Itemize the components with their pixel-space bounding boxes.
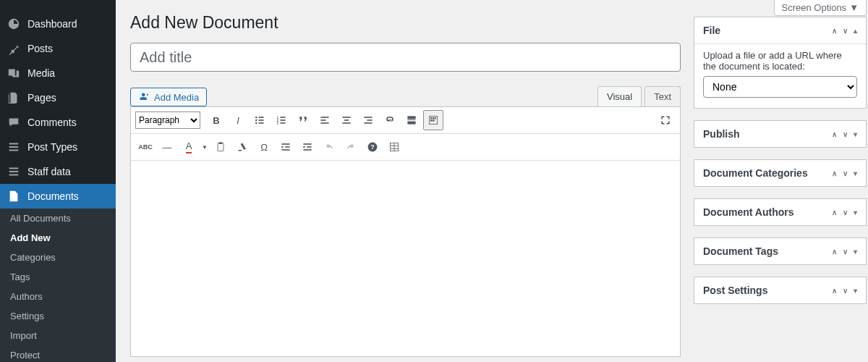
submenu-authors[interactable]: Authors xyxy=(0,287,116,306)
submenu-import[interactable]: Import xyxy=(0,326,116,345)
submenu-all-documents[interactable]: All Documents xyxy=(0,209,116,228)
svg-rect-18 xyxy=(342,122,350,124)
svg-rect-28 xyxy=(435,117,436,119)
svg-rect-10 xyxy=(280,119,285,121)
screen-options-toggle[interactable]: Screen Options ▼ xyxy=(774,0,867,16)
move-down-icon[interactable]: ∨ xyxy=(843,27,848,35)
outdent-button[interactable] xyxy=(276,137,296,157)
add-media-button[interactable]: Add Media xyxy=(130,88,207,106)
strikethrough-button[interactable]: ABC xyxy=(135,137,156,157)
italic-button[interactable]: I xyxy=(228,110,248,130)
categories-title: Document Categories xyxy=(703,167,808,179)
hr-button[interactable]: — xyxy=(157,137,177,157)
nav-label: Post Types xyxy=(27,141,77,153)
svg-point-5 xyxy=(255,122,257,124)
move-up-icon[interactable]: ∧ xyxy=(832,248,837,256)
submenu-add-new[interactable]: Add New xyxy=(0,228,116,248)
post-settings-header[interactable]: Post Settings ∧∨▾ xyxy=(694,277,866,303)
bullet-list-button[interactable] xyxy=(250,110,270,130)
nav-media[interactable]: Media xyxy=(0,61,116,85)
special-char-button[interactable]: Ω xyxy=(254,137,274,157)
format-select[interactable]: Paragraph xyxy=(135,111,200,129)
svg-rect-38 xyxy=(303,149,311,151)
nav-posts[interactable]: Posts xyxy=(0,36,116,61)
move-up-icon[interactable]: ∧ xyxy=(832,169,837,177)
main-content: Screen Options ▼ Add New Document Add Me… xyxy=(116,0,868,362)
svg-point-3 xyxy=(255,119,257,121)
expand-icon[interactable]: ▾ xyxy=(854,130,857,138)
svg-point-0 xyxy=(142,93,145,96)
collapse-icon[interactable]: ▴ xyxy=(854,27,857,35)
clear-formatting-button[interactable] xyxy=(232,137,252,157)
nav-list: Dashboard Posts Media Pages Comments Pos… xyxy=(0,12,116,209)
documents-submenu: All Documents Add New Categories Tags Au… xyxy=(0,209,116,362)
tags-title: Document Tags xyxy=(703,245,778,257)
expand-icon[interactable]: ▾ xyxy=(854,209,857,216)
redo-button[interactable] xyxy=(341,137,361,157)
undo-button[interactable] xyxy=(319,137,339,157)
file-metabox-title: File xyxy=(703,25,720,36)
nav-post-types[interactable]: Post Types xyxy=(0,135,116,159)
number-list-button[interactable]: 123 xyxy=(271,110,292,130)
file-metabox-desc: Upload a file or add a URL where the doc… xyxy=(703,50,857,72)
nav-documents[interactable]: Documents xyxy=(0,184,116,209)
dashboard-icon xyxy=(7,17,20,30)
submenu-protect[interactable]: Protect xyxy=(0,345,116,362)
quote-button[interactable] xyxy=(293,110,313,130)
align-right-button[interactable] xyxy=(358,110,378,130)
submenu-categories[interactable]: Categories xyxy=(0,248,116,267)
expand-icon[interactable]: ▾ xyxy=(854,248,857,256)
move-up-icon[interactable]: ∧ xyxy=(832,209,837,216)
editor-body[interactable] xyxy=(131,161,680,356)
publish-metabox: Publish ∧∨▾ xyxy=(694,120,867,148)
indent-button[interactable] xyxy=(297,137,318,157)
file-metabox-header[interactable]: File ∧ ∨ ▴ xyxy=(694,17,866,43)
expand-icon[interactable]: ▾ xyxy=(854,169,857,177)
bold-button[interactable]: B xyxy=(206,110,226,130)
move-down-icon[interactable]: ∨ xyxy=(843,169,848,177)
paste-text-button[interactable] xyxy=(210,137,231,157)
move-down-icon[interactable]: ∨ xyxy=(843,248,848,256)
authors-title: Document Authors xyxy=(703,206,793,218)
move-up-icon[interactable]: ∧ xyxy=(832,27,837,35)
expand-icon[interactable]: ▾ xyxy=(854,287,857,295)
nav-label: Staff data xyxy=(27,166,71,177)
help-button[interactable]: ? xyxy=(362,137,383,157)
authors-metabox: Document Authors ∧∨▾ xyxy=(694,198,867,226)
nav-dashboard[interactable]: Dashboard xyxy=(0,12,116,36)
site-logo xyxy=(0,0,116,12)
move-down-icon[interactable]: ∨ xyxy=(843,287,848,295)
nav-staff-data[interactable]: Staff data xyxy=(0,159,116,184)
submenu-settings[interactable]: Settings xyxy=(0,306,116,326)
move-up-icon[interactable]: ∧ xyxy=(832,130,837,138)
visual-tab[interactable]: Visual xyxy=(597,86,642,106)
move-down-icon[interactable]: ∨ xyxy=(843,209,848,216)
nav-pages[interactable]: Pages xyxy=(0,85,116,110)
fullscreen-button[interactable] xyxy=(655,110,676,130)
text-color-button[interactable]: A xyxy=(179,137,199,157)
file-source-select[interactable]: None xyxy=(703,76,857,98)
admin-sidebar: Dashboard Posts Media Pages Comments Pos… xyxy=(0,0,116,362)
title-input[interactable] xyxy=(130,43,681,72)
read-more-button[interactable] xyxy=(401,110,422,130)
align-center-button[interactable] xyxy=(336,110,357,130)
categories-metabox-header[interactable]: Document Categories ∧∨▾ xyxy=(694,160,866,186)
nav-label: Posts xyxy=(27,43,53,54)
publish-metabox-header[interactable]: Publish ∧∨▾ xyxy=(694,121,866,147)
toolbar-toggle-button[interactable] xyxy=(423,110,443,130)
chevron-down-icon: ▼ xyxy=(849,2,859,13)
document-icon xyxy=(7,190,20,203)
svg-rect-30 xyxy=(433,119,434,121)
align-left-button[interactable] xyxy=(315,110,335,130)
submenu-tags[interactable]: Tags xyxy=(0,267,116,287)
text-tab[interactable]: Text xyxy=(644,86,681,106)
tags-metabox-header[interactable]: Document Tags ∧∨▾ xyxy=(694,238,866,264)
move-down-icon[interactable]: ∨ xyxy=(843,130,848,138)
authors-metabox-header[interactable]: Document Authors ∧∨▾ xyxy=(694,199,866,225)
table-button[interactable] xyxy=(384,137,404,157)
svg-rect-4 xyxy=(258,119,263,121)
link-button[interactable] xyxy=(380,110,400,130)
nav-comments[interactable]: Comments xyxy=(0,110,116,135)
text-color-dropdown[interactable]: ▼ xyxy=(200,137,209,157)
move-up-icon[interactable]: ∧ xyxy=(832,287,837,295)
